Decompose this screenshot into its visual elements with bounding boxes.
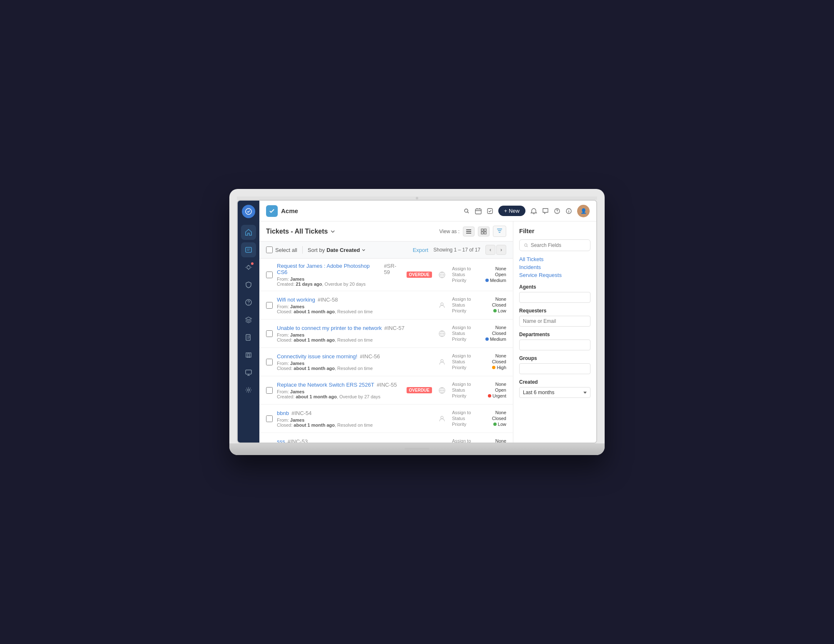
- ticket-id: #SR-59: [384, 263, 402, 275]
- brand-name: Acme: [281, 207, 298, 214]
- chat-button[interactable]: [542, 208, 549, 214]
- ticket-status: Assign toNone StatusClosed PriorityHigh: [452, 353, 506, 371]
- sidebar-item-monitor[interactable]: [241, 365, 256, 380]
- table-row: Unable to connect my printer to the netw…: [259, 319, 513, 348]
- search-button[interactable]: [463, 208, 470, 214]
- person-icon: [436, 413, 448, 425]
- help-button[interactable]: [554, 208, 560, 214]
- overdue-badge: OVERDUE: [407, 387, 432, 393]
- globe-icon: [436, 328, 448, 340]
- view-as-section: View as :: [440, 226, 506, 237]
- requesters-input[interactable]: [519, 316, 590, 327]
- brand-area: Acme: [266, 205, 459, 217]
- ticket-info: Replace the Network Switch ERS 2526T #IN…: [277, 382, 402, 399]
- person-icon: [436, 441, 448, 443]
- ticket-info: Request for James : Adobe Photoshop CS6 …: [277, 263, 402, 287]
- ticket-title[interactable]: bbnb: [277, 410, 289, 416]
- svg-rect-14: [481, 229, 483, 231]
- person-icon: [436, 356, 448, 368]
- sidebar-item-layers[interactable]: [241, 312, 256, 327]
- filter-links: All Tickets Incidents Service Requests: [519, 256, 590, 278]
- select-all-checkbox[interactable]: [266, 247, 273, 253]
- next-page-button[interactable]: ›: [496, 245, 506, 255]
- svg-point-8: [465, 209, 468, 212]
- sidebar-item-shield[interactable]: [241, 277, 256, 292]
- person-icon: [436, 299, 448, 311]
- ticket-title[interactable]: Wifi not working: [277, 297, 315, 303]
- table-row: Wifi not working #INC-58 From: James Clo…: [259, 291, 513, 319]
- ticket-checkbox[interactable]: [266, 415, 273, 422]
- all-tickets-link[interactable]: All Tickets: [519, 256, 590, 262]
- ticket-list: Request for James : Adobe Photoshop CS6 …: [259, 259, 513, 443]
- ticket-title[interactable]: Replace the Network Switch ERS 2526T: [277, 382, 374, 388]
- ticket-title[interactable]: Connectivity issue since morning!: [277, 353, 357, 360]
- ticket-checkbox[interactable]: [266, 272, 273, 278]
- ticket-title[interactable]: sss: [277, 438, 285, 443]
- service-requests-link[interactable]: Service Requests: [519, 272, 590, 278]
- grid-view-button[interactable]: [478, 226, 490, 236]
- sidebar-item-bugs[interactable]: [241, 260, 256, 275]
- ticket-checkbox[interactable]: [266, 330, 273, 337]
- tasks-button[interactable]: [487, 208, 493, 214]
- created-label: Created: [519, 379, 590, 385]
- ticket-checkbox[interactable]: [266, 387, 273, 394]
- ticket-id: #INC-55: [377, 382, 397, 388]
- ticket-id: #INC-56: [360, 353, 380, 360]
- svg-rect-1: [246, 247, 251, 252]
- sidebar-item-book[interactable]: [241, 347, 256, 362]
- departments-input[interactable]: [519, 340, 590, 350]
- filter-panel: Filter All Tickets Incidents Service Req…: [513, 221, 596, 443]
- list-view-button[interactable]: [463, 226, 475, 236]
- groups-input[interactable]: [519, 363, 590, 374]
- ticket-info: bbnb #INC-54 From: James Closed: about 1…: [277, 410, 432, 428]
- sidebar-logo[interactable]: [242, 205, 255, 218]
- ticket-title[interactable]: Unable to connect my printer to the netw…: [277, 325, 382, 331]
- svg-point-21: [441, 360, 443, 362]
- ticket-status: Assign toNone StatusOpen PriorityUrgent: [452, 382, 506, 399]
- avatar[interactable]: 👤: [577, 205, 590, 217]
- ticket-status: Assign toNone StatusClosed PriorityLow: [452, 297, 506, 314]
- filter-section-requesters: Requesters: [519, 308, 590, 327]
- svg-point-19: [441, 303, 443, 305]
- tickets-toolbar: Select all Sort by Date Created Export S…: [259, 242, 513, 259]
- filter-section-created: Created Last 6 months Last 30 days Last …: [519, 379, 590, 398]
- sidebar-item-home[interactable]: [241, 225, 256, 240]
- incidents-link[interactable]: Incidents: [519, 264, 590, 270]
- ticket-checkbox[interactable]: [266, 302, 273, 309]
- ticket-status: Assign toNone StatusClosed PriorityLow: [452, 438, 506, 443]
- svg-point-7: [248, 389, 250, 391]
- ticket-id: #INC-57: [384, 325, 404, 331]
- ticket-checkbox[interactable]: [266, 359, 273, 365]
- table-row: Connectivity issue since morning! #INC-5…: [259, 348, 513, 376]
- notifications-button[interactable]: [530, 208, 537, 214]
- sidebar-item-docs[interactable]: [241, 330, 256, 345]
- sort-button[interactable]: Sort by Date Created: [308, 247, 366, 253]
- svg-rect-6: [246, 370, 251, 374]
- header-actions: + New 👤: [463, 205, 590, 217]
- ticket-id: #INC-58: [318, 297, 338, 303]
- filter-button[interactable]: [493, 226, 506, 237]
- ticket-status: Assign toNone StatusOpen PriorityMedium: [452, 266, 506, 284]
- ticket-id: #INC-53: [288, 438, 308, 443]
- ticket-status: Assign toNone StatusClosed PriorityLow: [452, 410, 506, 428]
- ticket-info: Unable to connect my printer to the netw…: [277, 325, 432, 342]
- svg-rect-16: [481, 232, 483, 234]
- svg-point-23: [441, 416, 443, 419]
- toolbar-divider: [302, 246, 303, 254]
- filter-title: Filter: [519, 227, 590, 234]
- prev-page-button[interactable]: ‹: [485, 245, 495, 255]
- export-button[interactable]: Export: [413, 247, 429, 253]
- select-all-label[interactable]: Select all: [266, 247, 297, 253]
- ticket-title[interactable]: Request for James : Adobe Photoshop CS6: [277, 263, 382, 275]
- filter-section-agents: Agents: [519, 284, 590, 303]
- info-button[interactable]: [565, 208, 572, 214]
- calendar-button[interactable]: [475, 208, 482, 214]
- sidebar-item-help[interactable]: [241, 295, 256, 310]
- sidebar-item-settings[interactable]: [241, 382, 256, 397]
- new-button[interactable]: + New: [498, 206, 525, 216]
- filter-search-input[interactable]: [531, 242, 586, 248]
- agents-input[interactable]: [519, 292, 590, 303]
- created-select[interactable]: Last 6 months Last 30 days Last 7 days T…: [519, 387, 590, 398]
- sidebar-item-tickets[interactable]: [241, 242, 256, 257]
- table-row: sss #INC-53 From: James Closed: about 1 …: [259, 433, 513, 443]
